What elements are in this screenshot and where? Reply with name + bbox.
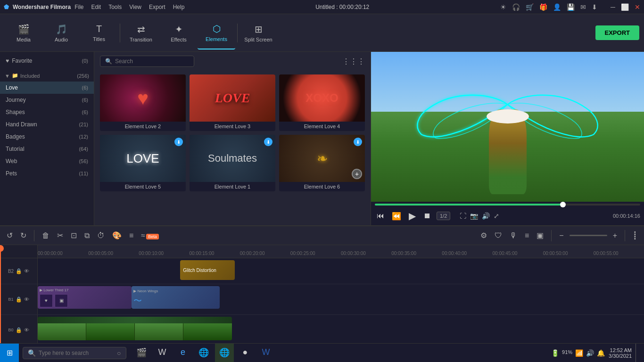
cortana-icon[interactable]: ○ (117, 349, 121, 357)
taskbar-app-word2[interactable]: W (256, 344, 275, 362)
sidebar-item-hand-drawn[interactable]: Hand Drawn(21) (0, 118, 94, 131)
menu-file[interactable]: File (74, 4, 83, 10)
gift-icon[interactable]: 🎁 (539, 3, 547, 11)
sidebar-item-love[interactable]: Love(6) (0, 82, 94, 94)
toolbar-effects[interactable]: ✦ Effects (160, 16, 198, 49)
clip-video[interactable]: ▶ pexels-maksim-goncharenok-5642525 (38, 317, 232, 340)
show-desktop-btn[interactable] (636, 344, 639, 362)
wave-button[interactable]: ≈Beta (139, 230, 160, 242)
cut-button[interactable]: ✂ (55, 229, 65, 242)
close-btn[interactable]: ✕ (635, 3, 640, 11)
drag-handle[interactable]: ┋ (631, 229, 639, 242)
b1-lock-icon[interactable]: 🔒 (16, 296, 22, 303)
motion-button[interactable]: ⚙ (479, 229, 489, 242)
clip-neon-wings[interactable]: ▶ Neon Wings 〜 (132, 286, 219, 309)
user-icon[interactable]: 👤 (553, 3, 561, 11)
menu-edit[interactable]: Edit (91, 4, 101, 10)
sidebar-item-tutorial[interactable]: Tutorial(64) (0, 143, 94, 155)
download-icon[interactable]: ⬇ (592, 3, 597, 11)
b1-eye-icon[interactable]: 👁 (24, 296, 29, 303)
menu-tools[interactable]: Tools (108, 4, 122, 10)
start-button[interactable]: ⊞ (0, 344, 19, 362)
snapshot-icon[interactable]: 📷 (470, 212, 478, 220)
element-card-love4[interactable]: XOXO Element Love 4 (279, 74, 365, 131)
element-card-love2[interactable]: ♥ Element Love 2 (100, 74, 186, 131)
sidebar-item-badges[interactable]: Badges(12) (0, 131, 94, 143)
save-icon[interactable]: 💾 (567, 3, 575, 11)
stabilize-button[interactable]: 🛡 (493, 230, 504, 242)
b0-track-num: B0 (8, 328, 13, 332)
clip-lower-third[interactable]: ▶ Lower Third 17 ♥ ▣ (38, 286, 132, 309)
minimize-btn[interactable]: ─ (611, 3, 615, 11)
volume-icon[interactable]: 🔊 (482, 212, 490, 220)
sidebar-included-category[interactable]: ▼ 📁 Included (256) (0, 70, 94, 82)
redo-button[interactable]: ↻ (18, 229, 28, 242)
grid-view-button[interactable]: ⋮⋮⋮ (342, 57, 365, 66)
taskbar-search-input[interactable] (39, 350, 114, 356)
taskbar-search[interactable]: 🔍 ○ (23, 347, 126, 359)
taskbar-app-edge[interactable]: e (173, 344, 192, 362)
play-button[interactable]: ▶ (407, 209, 418, 222)
menu-help[interactable]: Help (173, 4, 185, 10)
b0-eye-icon[interactable]: 👁 (24, 327, 29, 333)
taskbar-app-chrome2[interactable]: 🌐 (215, 344, 234, 362)
search-input-wrap[interactable]: 🔍 (100, 56, 194, 67)
export-button[interactable]: EXPORT (595, 25, 639, 40)
subtitle-button[interactable]: ≡ (523, 230, 531, 242)
taskbar-app-filmora[interactable]: 🎬 (132, 344, 151, 362)
sort-button[interactable]: ≡ (127, 230, 135, 242)
fullscreen-preview-icon[interactable]: ⛶ (460, 212, 466, 220)
element-label-love3: Element Love 3 (190, 122, 275, 131)
zoom-in-button[interactable]: + (611, 230, 619, 242)
taskbar-app-word[interactable]: W (153, 344, 172, 362)
undo-button[interactable]: ↺ (5, 229, 15, 242)
step-back-button[interactable]: ⏪ (390, 211, 403, 222)
toolbar-media[interactable]: 🎬 Media (5, 16, 42, 49)
zoom-slider[interactable] (570, 235, 607, 236)
headphone-icon[interactable]: 🎧 (512, 3, 520, 11)
sun-icon[interactable]: ☀ (500, 3, 506, 11)
toolbar-titles[interactable]: T Titles (80, 16, 118, 49)
toolbar-split-screen[interactable]: ⊞ Split Screen (239, 16, 277, 49)
notification-icon[interactable]: 🔔 (597, 349, 605, 357)
expand-icon[interactable]: ⤢ (494, 212, 499, 220)
toolbar-elements[interactable]: ⬡ Elements (198, 16, 235, 49)
menu-view[interactable]: View (129, 4, 141, 10)
delete-button[interactable]: 🗑 (40, 230, 51, 242)
audio-duck-button[interactable]: 🎙 (508, 230, 519, 242)
menu-export[interactable]: Export (149, 4, 165, 10)
mail-icon[interactable]: ✉ (580, 3, 586, 11)
crop-button[interactable]: ⊡ (69, 229, 79, 242)
element-card-love6[interactable]: ❧ ⬇ + Element Love 6 (279, 135, 365, 191)
clip-glitch-distortion[interactable]: Glitch Distortion (180, 260, 235, 280)
b2-lock-icon[interactable]: 🔒 (16, 268, 22, 274)
add-badge[interactable]: + (352, 169, 362, 179)
element-card-love3[interactable]: LOVE Element Love 3 (190, 74, 275, 131)
sidebar-item-pets[interactable]: Pets(11) (0, 167, 94, 180)
taskbar-app-unknown[interactable]: ● (236, 344, 255, 362)
sidebar-item-web[interactable]: Web(56) (0, 155, 94, 167)
color-button[interactable]: 🎨 (110, 229, 124, 242)
timer-button[interactable]: ⏱ (95, 230, 107, 242)
sidebar-item-journey[interactable]: Journey(6) (0, 94, 94, 106)
preview-progress-bar[interactable] (375, 204, 640, 206)
cart-icon[interactable]: 🛒 (526, 3, 534, 11)
maximize-btn[interactable]: ⬜ (621, 3, 629, 11)
taskbar-app-chrome[interactable]: 🌐 (194, 344, 213, 362)
preview-progress-handle[interactable] (560, 202, 566, 207)
toolbar-transition[interactable]: ⇄ Transition (122, 16, 160, 49)
search-input[interactable] (115, 58, 181, 65)
b2-eye-icon[interactable]: 👁 (24, 268, 29, 274)
b0-lock-icon[interactable]: 🔒 (16, 327, 22, 333)
sidebar-item-shapes[interactable]: Shapes(6) (0, 106, 94, 118)
element-card-love1[interactable]: Soulmates ⬇ Element Love 1 (190, 135, 275, 191)
copy-button[interactable]: ⧉ (83, 230, 91, 242)
zoom-out-button[interactable]: − (557, 230, 565, 242)
toolbar-audio[interactable]: 🎵 Audio (42, 16, 80, 49)
stop-button[interactable]: ⏹ (421, 211, 433, 221)
quality-selector[interactable]: 1/2 (437, 212, 450, 220)
sidebar-favorite[interactable]: ♥ Favorite (0) (0, 55, 94, 67)
element-card-love5[interactable]: LOVE ⬇ Element Love 5 (100, 135, 186, 191)
prev-frame-button[interactable]: ⏮ (375, 211, 386, 221)
pip-button[interactable]: ▣ (535, 229, 545, 242)
